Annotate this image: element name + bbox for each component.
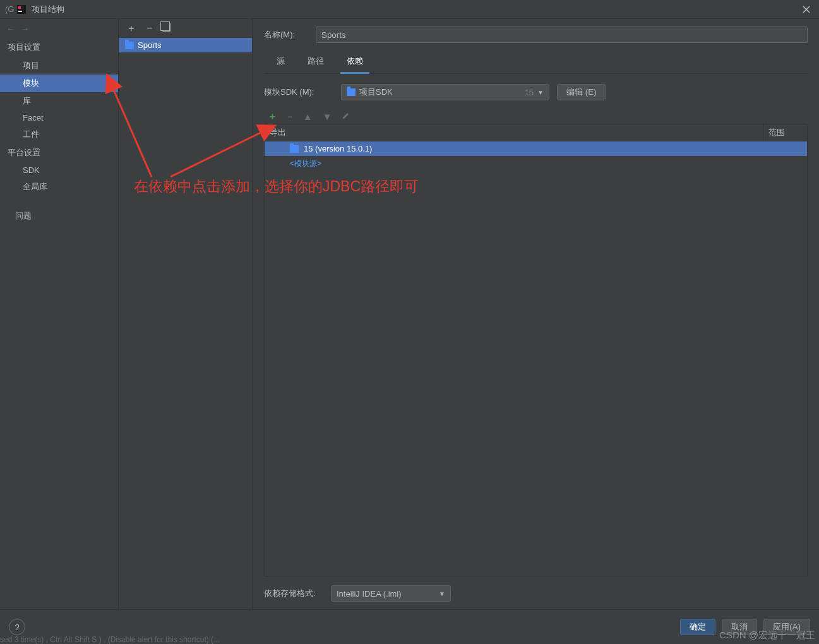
add-dependency-icon[interactable]: ＋ xyxy=(268,110,277,122)
dep-table-body: 15 (version 15.0.1) <模块源> xyxy=(265,141,807,576)
dependencies-table: 导出 范围 15 (version 15.0.1) <模块源> xyxy=(264,124,808,576)
storage-format-label: 依赖存储格式: xyxy=(264,588,325,599)
nav-back-icon[interactable]: ← xyxy=(6,24,15,33)
tab-sources[interactable]: 源 xyxy=(274,52,287,73)
sidebar-item-sdks[interactable]: SDK xyxy=(0,162,118,178)
svg-rect-3 xyxy=(18,11,22,12)
folder-icon xyxy=(125,42,134,49)
sidebar-item-libraries[interactable]: 库 xyxy=(0,92,118,110)
modules-list-panel: ＋ − Sports xyxy=(119,19,253,609)
edit-dependency-icon[interactable] xyxy=(342,111,350,122)
module-source-link[interactable]: <模块源> xyxy=(265,156,326,172)
header-scope[interactable]: 范围 xyxy=(763,124,807,141)
module-sdk-label: 模块SDK (M): xyxy=(264,86,333,98)
sidebar-item-artifacts[interactable]: 工件 xyxy=(0,126,118,143)
sidebar-item-modules[interactable]: 模块 xyxy=(0,75,118,92)
chevron-down-icon: ▼ xyxy=(439,590,445,597)
prefix-char: (G xyxy=(5,4,14,14)
section-project-settings: 项目设置 xyxy=(0,38,118,57)
folder-icon xyxy=(347,88,356,96)
dep-table-header: 导出 范围 xyxy=(265,124,807,141)
copy-module-icon[interactable] xyxy=(162,23,170,34)
close-icon[interactable] xyxy=(799,2,814,17)
apply-button[interactable]: 应用(A) xyxy=(763,619,810,635)
nav-forward-icon[interactable]: → xyxy=(21,24,29,33)
add-module-icon[interactable]: ＋ xyxy=(126,22,136,35)
cancel-button[interactable]: 取消 xyxy=(722,619,757,635)
remove-module-icon[interactable]: − xyxy=(146,23,152,34)
module-entry-sports[interactable]: Sports xyxy=(119,38,252,52)
folder-icon xyxy=(290,145,299,153)
window-title: 项目结构 xyxy=(32,4,799,15)
background-edge-text: sed 3 time(s) , Ctrl Alt Shift S ) , (Di… xyxy=(0,635,220,644)
sdk-value: 项目SDK xyxy=(359,86,521,98)
tab-paths[interactable]: 路径 xyxy=(305,52,326,73)
name-label: 名称(M): xyxy=(264,29,308,40)
move-up-icon[interactable]: ▲ xyxy=(303,111,313,122)
storage-format-select[interactable]: IntelliJ IDEA (.iml) ▼ xyxy=(331,585,451,602)
header-export[interactable]: 导出 xyxy=(265,124,763,141)
sidebar-item-global-libs[interactable]: 全局库 xyxy=(0,178,118,196)
modules-toolbar: ＋ − xyxy=(119,19,252,38)
sidebar-item-facets[interactable]: Facet xyxy=(0,110,118,126)
chevron-down-icon: ▼ xyxy=(537,89,544,96)
svg-rect-2 xyxy=(18,6,21,9)
ok-button[interactable]: 确定 xyxy=(680,619,715,635)
dep-row-sdk[interactable]: 15 (version 15.0.1) xyxy=(265,141,807,156)
nav-back-forward: ← → xyxy=(0,19,118,38)
help-button[interactable]: ? xyxy=(9,619,25,635)
sidebar-item-problems[interactable]: 问题 xyxy=(0,207,118,225)
app-icon xyxy=(16,4,27,15)
edit-sdk-button[interactable]: 编辑 (E) xyxy=(557,84,606,100)
storage-value: IntelliJ IDEA (.iml) xyxy=(337,589,435,599)
sidebar-item-project[interactable]: 项目 xyxy=(0,57,118,75)
module-name-input[interactable] xyxy=(316,27,808,43)
module-tabs: 源 路径 依赖 xyxy=(264,52,808,74)
module-sdk-select[interactable]: 项目SDK 15 ▼ xyxy=(341,84,549,100)
settings-sidebar: ← → 项目设置 项目 模块 库 Facet 工件 平台设置 SDK 全局库 问… xyxy=(0,19,119,609)
dependencies-toolbar: ＋ − ▲ ▼ xyxy=(264,109,808,124)
tab-dependencies[interactable]: 依赖 xyxy=(344,52,366,73)
sdk-suffix: 15 xyxy=(525,88,534,97)
titlebar: (G 项目结构 xyxy=(0,0,819,19)
module-name: Sports xyxy=(138,40,162,50)
dep-row-text: 15 (version 15.0.1) xyxy=(304,144,372,153)
move-down-icon[interactable]: ▼ xyxy=(323,111,332,122)
remove-dependency-icon[interactable]: − xyxy=(287,111,293,122)
section-platform-settings: 平台设置 xyxy=(0,143,118,162)
module-detail-panel: 名称(M): 源 路径 依赖 模块SDK (M): 项目SDK 15 ▼ 编辑 … xyxy=(253,19,819,609)
